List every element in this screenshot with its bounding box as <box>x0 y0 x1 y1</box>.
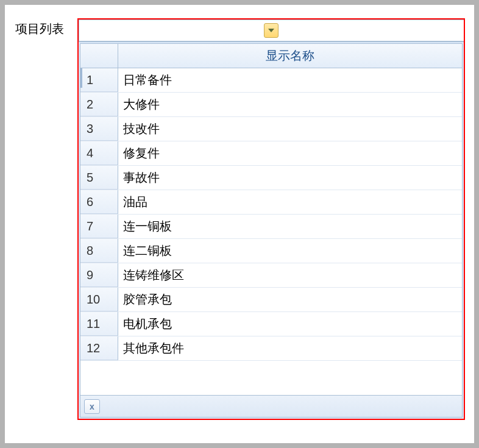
row-number-cell: 6 <box>80 190 118 214</box>
name-cell: 连二铜板 <box>118 239 462 263</box>
name-cell: 技改件 <box>118 117 462 141</box>
dropdown-grid: 显示名称 1日常备件2大修件3技改件4修复件5事故件6油品7连一铜板8连二铜板9… <box>80 43 463 418</box>
chevron-down-icon <box>268 29 274 32</box>
svg-marker-0 <box>268 29 274 32</box>
grid-column-header[interactable]: 显示名称 <box>118 44 462 68</box>
table-row[interactable]: 1日常备件 <box>80 68 462 93</box>
row-number-cell: 10 <box>80 288 118 311</box>
table-row[interactable]: 7连一铜板 <box>80 215 462 239</box>
table-row[interactable]: 8连二铜板 <box>80 239 462 263</box>
grid-footer: x <box>80 395 462 417</box>
name-cell: 事故件 <box>118 166 462 190</box>
row-number-cell: 4 <box>80 141 118 165</box>
row-number-cell: 12 <box>80 336 118 360</box>
scroll-indicator <box>80 68 82 88</box>
table-row[interactable]: 11电机承包 <box>80 312 462 336</box>
clear-selection-button[interactable]: x <box>84 399 100 414</box>
table-row[interactable]: 3技改件 <box>80 117 462 141</box>
grid-empty-space <box>80 361 462 395</box>
name-cell: 日常备件 <box>118 68 462 92</box>
row-number-cell: 8 <box>80 239 118 263</box>
name-cell: 大修件 <box>118 93 462 116</box>
table-row[interactable]: 4修复件 <box>80 141 462 166</box>
table-row[interactable]: 12其他承包件 <box>80 336 462 361</box>
name-cell: 胶管承包 <box>118 288 462 311</box>
field-label: 项目列表 <box>15 21 64 37</box>
table-row[interactable]: 10胶管承包 <box>80 288 462 312</box>
table-row[interactable]: 6油品 <box>80 190 462 215</box>
row-number-cell: 11 <box>80 312 118 336</box>
row-number-cell: 2 <box>80 93 118 116</box>
grid-header-row: 显示名称 <box>80 44 462 68</box>
name-cell: 其他承包件 <box>118 336 462 360</box>
name-cell: 连一铜板 <box>118 215 462 238</box>
item-list-dropdown: 显示名称 1日常备件2大修件3技改件4修复件5事故件6油品7连一铜板8连二铜板9… <box>77 18 465 420</box>
name-cell: 连铸维修区 <box>118 263 462 287</box>
grid-corner-cell <box>80 44 118 68</box>
table-row[interactable]: 2大修件 <box>80 93 462 117</box>
row-number-cell: 7 <box>80 215 118 238</box>
row-number-cell: 1 <box>80 68 118 92</box>
grid-body: 1日常备件2大修件3技改件4修复件5事故件6油品7连一铜板8连二铜板9连铸维修区… <box>80 68 462 361</box>
form-panel: 项目列表 显示名称 1日常备件2大修件3技改件4修复件5事故件6油品7连一铜板8… <box>5 5 474 443</box>
name-cell: 油品 <box>118 190 462 214</box>
name-cell: 修复件 <box>118 141 462 165</box>
row-number-cell: 3 <box>80 117 118 141</box>
dropdown-panel: 显示名称 1日常备件2大修件3技改件4修复件5事故件6油品7连一铜板8连二铜板9… <box>79 41 464 419</box>
table-row[interactable]: 5事故件 <box>80 166 462 190</box>
name-cell: 电机承包 <box>118 312 462 336</box>
table-row[interactable]: 9连铸维修区 <box>80 263 462 288</box>
dropdown-trigger-button[interactable] <box>264 23 279 38</box>
dropdown-input-row <box>79 20 464 41</box>
row-number-cell: 5 <box>80 166 118 190</box>
row-number-cell: 9 <box>80 263 118 287</box>
